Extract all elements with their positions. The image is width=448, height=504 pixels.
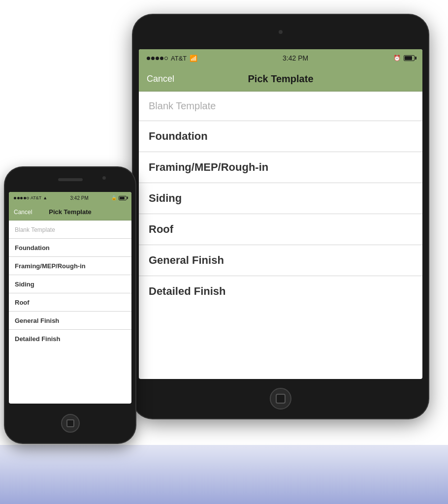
tablet-list-item-detailed-finish[interactable]: Detailed Finish	[139, 276, 422, 307]
tablet-status-bar: AT&T 📶 3:42 PM ⏰	[139, 49, 422, 67]
tablet-item-general-finish-label: General Finish	[149, 254, 224, 266]
phone-list-item-siding[interactable]: Siding	[9, 275, 131, 293]
tablet-nav-bar: Cancel Pick Template	[139, 67, 422, 92]
phone-item-general-finish-label: General Finish	[15, 317, 59, 324]
phone-list-item-framing[interactable]: Framing/MEP/Rough-in	[9, 257, 131, 275]
tablet-home-inner	[276, 394, 286, 404]
phone-signal-dot-3	[20, 197, 23, 199]
phone-carrier: AT&T	[31, 195, 41, 200]
tablet-item-roof-label: Roof	[149, 223, 173, 235]
phone-bezel-top	[5, 167, 135, 192]
phone-item-blank-label: Blank Template	[15, 226, 55, 233]
tablet-signal	[147, 57, 168, 60]
tablet-list-item-framing[interactable]: Framing/MEP/Rough-in	[139, 152, 422, 183]
phone-speaker	[58, 178, 83, 181]
phone-signal-dot-2	[17, 197, 20, 199]
tablet-list-item-foundation[interactable]: Foundation	[139, 121, 422, 152]
signal-dot-2	[151, 57, 155, 60]
phone-list-item-detailed-finish[interactable]: Detailed Finish	[9, 330, 131, 347]
tablet-cancel-button[interactable]: Cancel	[147, 74, 186, 84]
signal-dot-5	[164, 57, 168, 60]
phone-nav-bar: Cancel Pick Template	[9, 204, 131, 220]
tablet-alarm-icon: ⏰	[393, 55, 401, 62]
phone-item-roof-label: Roof	[15, 299, 30, 306]
phone-wifi-icon: ▲	[43, 195, 47, 200]
tablet-wifi-icon: 📶	[190, 55, 197, 62]
tablet-battery-fill	[405, 56, 412, 60]
tablet-list-item-roof[interactable]: Roof	[139, 214, 422, 245]
tablet-item-siding-label: Siding	[149, 192, 182, 204]
tablet-list-item-siding[interactable]: Siding	[139, 183, 422, 214]
phone-status-right: 🔒	[111, 195, 127, 200]
phone-home-inner	[66, 419, 74, 427]
tablet-battery-icon	[404, 55, 415, 61]
tablet-status-right: ⏰	[393, 55, 415, 62]
signal-dot-4	[160, 57, 163, 60]
phone-time: 3:42 PM	[70, 195, 89, 201]
phone-template-list: Blank Template Foundation Framing/MEP/Ro…	[9, 220, 131, 347]
phone-screen: AT&T ▲ 3:42 PM 🔒 Cancel Pick Template Bl…	[9, 192, 131, 404]
phone-list-item-foundation[interactable]: Foundation	[9, 239, 131, 257]
phone-list-item-blank[interactable]: Blank Template	[9, 220, 131, 239]
tablet-carrier: AT&T	[171, 55, 187, 62]
phone-nav-title: Pick Template	[36, 208, 104, 216]
phone-status-left: AT&T ▲	[14, 195, 47, 200]
signal-dot-3	[156, 57, 159, 60]
tablet-item-detailed-finish-label: Detailed Finish	[149, 285, 225, 297]
tablet-bezel-bottom	[133, 379, 428, 418]
signal-dot-1	[147, 57, 150, 60]
phone-item-foundation-label: Foundation	[15, 244, 50, 252]
tablet-home-button[interactable]	[270, 388, 291, 410]
tablet-template-list: Blank Template Foundation Framing/MEP/Ro…	[139, 92, 422, 307]
phone-device: AT&T ▲ 3:42 PM 🔒 Cancel Pick Template Bl…	[5, 167, 135, 443]
phone-lock-icon: 🔒	[111, 195, 117, 200]
phone-signal-dot-4	[24, 197, 26, 199]
phone-battery-icon	[119, 196, 127, 200]
phone-item-detailed-finish-label: Detailed Finish	[15, 335, 60, 343]
floor-reflection	[0, 445, 448, 504]
phone-bezel-bottom	[5, 404, 135, 443]
phone-status-bar: AT&T ▲ 3:42 PM 🔒	[9, 192, 131, 204]
phone-battery-fill	[120, 197, 125, 199]
tablet-camera	[279, 30, 283, 34]
tablet-nav-title: Pick Template	[186, 73, 375, 85]
phone-signal	[14, 197, 29, 199]
tablet-list-item-general-finish[interactable]: General Finish	[139, 245, 422, 276]
tablet-item-foundation-label: Foundation	[149, 130, 208, 142]
phone-signal-dot-5	[27, 197, 29, 199]
phone-item-framing-label: Framing/MEP/Rough-in	[15, 262, 86, 270]
tablet-screen: AT&T 📶 3:42 PM ⏰ Cancel Pick Template Bl…	[139, 49, 422, 379]
tablet-item-framing-label: Framing/MEP/Rough-in	[149, 161, 268, 173]
phone-camera	[102, 176, 106, 180]
tablet-status-left: AT&T 📶	[147, 55, 197, 62]
phone-home-button[interactable]	[61, 414, 80, 433]
tablet-time: 3:42 PM	[283, 54, 308, 62]
tablet-bezel-top	[133, 15, 428, 49]
phone-signal-dot-1	[14, 197, 16, 199]
phone-item-siding-label: Siding	[15, 281, 34, 288]
tablet-item-blank-label: Blank Template	[149, 100, 216, 111]
phone-list-item-roof[interactable]: Roof	[9, 293, 131, 312]
tablet-device: AT&T 📶 3:42 PM ⏰ Cancel Pick Template Bl…	[133, 15, 428, 418]
phone-list-item-general-finish[interactable]: General Finish	[9, 312, 131, 330]
tablet-list-item-blank[interactable]: Blank Template	[139, 92, 422, 121]
phone-cancel-button[interactable]: Cancel	[14, 209, 36, 216]
